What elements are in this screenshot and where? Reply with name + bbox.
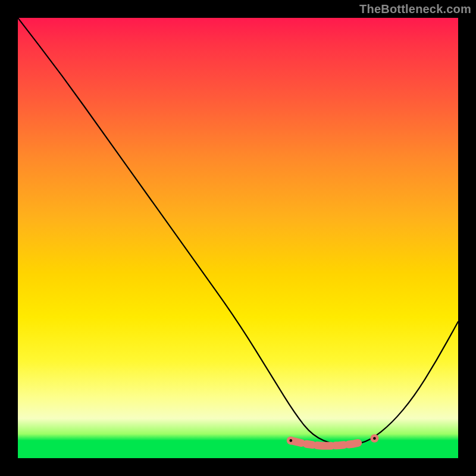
curve-layer [18, 18, 458, 458]
chart-frame: TheBottleneck.com [0, 0, 476, 476]
marker-group [287, 434, 379, 446]
plot-area [18, 18, 458, 458]
main-curve [18, 18, 458, 445]
join-dot [290, 439, 293, 442]
join-dot [373, 437, 376, 440]
watermark-text: TheBottleneck.com [359, 2, 471, 16]
